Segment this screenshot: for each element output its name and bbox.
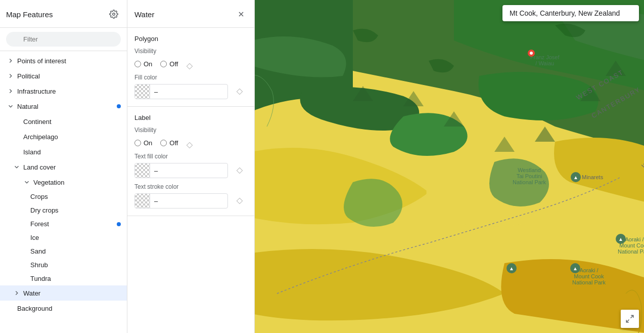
color-checker-pattern bbox=[135, 84, 150, 99]
map-area[interactable]: Mt Cook, Canterbury, New Zealand WEST CO… bbox=[255, 0, 644, 333]
svg-marker-10 bbox=[237, 198, 242, 203]
svg-marker-7 bbox=[237, 89, 242, 94]
sidebar-item-label: Continent bbox=[23, 118, 52, 126]
label-section-title: Label bbox=[134, 114, 247, 121]
svg-marker-6 bbox=[187, 63, 193, 69]
label-visibility-diamond[interactable] bbox=[182, 138, 197, 153]
polygon-visibility-label: Visibility bbox=[134, 48, 247, 55]
sidebar-item-island[interactable]: Island bbox=[0, 144, 127, 159]
filter-input[interactable] bbox=[6, 32, 121, 47]
text-fill-color-diamond[interactable] bbox=[232, 163, 247, 178]
sidebar-item-water[interactable]: Water bbox=[0, 285, 127, 301]
aoraki-pin-1: ▲ bbox=[616, 234, 626, 244]
chevron-down-icon bbox=[6, 102, 15, 111]
sidebar-item-archipelago[interactable]: Archipelago bbox=[0, 129, 127, 144]
label-on-radio[interactable] bbox=[134, 140, 141, 146]
fill-color-diamond[interactable] bbox=[232, 84, 247, 99]
modified-indicator bbox=[117, 222, 121, 226]
sidebar-item-infrastructure[interactable]: Infrastructure bbox=[0, 84, 127, 99]
polygon-section: Polygon Visibility On Off Fill color – bbox=[127, 28, 254, 107]
sidebar-item-shrub[interactable]: Shrub bbox=[0, 258, 127, 272]
fill-color-label: Fill color bbox=[134, 74, 247, 81]
fullscreen-button[interactable] bbox=[621, 310, 639, 328]
sidebar-item-label: Crops bbox=[30, 193, 48, 200]
svg-marker-8 bbox=[187, 142, 193, 148]
sidebar-item-tundra[interactable]: Tundra bbox=[0, 272, 127, 285]
sidebar-item-label: Background bbox=[17, 305, 52, 312]
fill-color-value: – bbox=[150, 88, 227, 96]
svg-point-0 bbox=[113, 13, 115, 16]
text-stroke-color-swatch[interactable]: – bbox=[134, 193, 228, 209]
sidebar-item-dry-crops[interactable]: Dry crops bbox=[0, 203, 127, 217]
settings-button[interactable] bbox=[107, 7, 121, 21]
label-section: Label Visibility On Off Text fill color … bbox=[127, 107, 254, 216]
sidebar-item-label: Points of interest bbox=[17, 57, 66, 65]
sidebar-item-label: Land cover bbox=[23, 163, 56, 171]
label-visibility-row: On Off bbox=[134, 138, 247, 153]
left-panel: Map Features Points of interest bbox=[0, 0, 127, 333]
filter-bar bbox=[0, 28, 127, 51]
chevron-down-icon bbox=[22, 178, 31, 187]
left-header: Map Features bbox=[0, 0, 127, 28]
text-stroke-color-diamond[interactable] bbox=[232, 193, 247, 209]
sidebar-item-forest[interactable]: Forest bbox=[0, 217, 127, 231]
sidebar-item-sand[interactable]: Sand bbox=[0, 244, 127, 258]
tree-list: Points of interest Political Infrastruct… bbox=[0, 51, 127, 333]
sidebar-item-background[interactable]: Background bbox=[0, 301, 127, 316]
sidebar-item-label: Ice bbox=[30, 234, 39, 241]
mid-header: Water bbox=[127, 0, 254, 28]
chevron-right-icon bbox=[6, 71, 15, 80]
sidebar-item-label: Natural bbox=[17, 103, 38, 110]
polygon-radio-group: On Off bbox=[134, 60, 178, 68]
text-fill-color-swatch[interactable]: – bbox=[134, 163, 228, 178]
polygon-on-label[interactable]: On bbox=[134, 60, 152, 68]
text-fill-color-label: Text fill color bbox=[134, 153, 247, 160]
map-features-title: Map Features bbox=[6, 10, 53, 19]
text-stroke-color-value: – bbox=[150, 197, 227, 205]
sidebar-item-label: Infrastructure bbox=[17, 88, 56, 95]
chevron-right-icon bbox=[12, 288, 21, 298]
sidebar-item-continent[interactable]: Continent bbox=[0, 114, 127, 129]
label-on-label[interactable]: On bbox=[134, 139, 152, 147]
chevron-down-icon bbox=[12, 162, 21, 172]
minarets-label: ▲ Minarets bbox=[571, 172, 603, 182]
label-off-label[interactable]: Off bbox=[160, 139, 178, 147]
mid-panel-title: Water bbox=[134, 10, 154, 19]
svg-line-19 bbox=[631, 315, 633, 318]
sidebar-item-label: Dry crops bbox=[30, 206, 59, 214]
sidebar-item-label: Forest bbox=[30, 220, 49, 228]
fill-color-row: – bbox=[134, 84, 247, 99]
text-fill-color-row: – bbox=[134, 163, 247, 178]
franz-josef-pin bbox=[528, 50, 535, 57]
mid-panel: Water Polygon Visibility On Off Fill col bbox=[127, 0, 255, 333]
fill-color-swatch[interactable]: – bbox=[134, 84, 228, 99]
chevron-right-icon bbox=[6, 87, 15, 96]
text-stroke-color-row: – bbox=[134, 193, 247, 209]
chevron-right-icon bbox=[6, 56, 15, 65]
aoraki-pin-2: ▲ bbox=[570, 263, 580, 273]
sidebar-item-ice[interactable]: Ice bbox=[0, 231, 127, 244]
sidebar-item-label: Island bbox=[23, 148, 41, 156]
sidebar-item-vegetation[interactable]: Vegetation bbox=[0, 175, 127, 190]
sidebar-item-natural[interactable]: Natural bbox=[0, 99, 127, 114]
label-visibility-label: Visibility bbox=[134, 127, 247, 134]
search-box[interactable]: Mt Cook, Canterbury, New Zealand bbox=[502, 5, 639, 21]
text-stroke-color-label: Text stroke color bbox=[134, 183, 247, 190]
sidebar-item-label: Water bbox=[23, 289, 40, 297]
bottom-left-pin: ▲ bbox=[507, 263, 517, 273]
sidebar-item-points-of-interest[interactable]: Points of interest bbox=[0, 53, 127, 68]
polygon-visibility-row: On Off bbox=[134, 59, 247, 74]
sidebar-item-land-cover[interactable]: Land cover bbox=[0, 159, 127, 175]
label-off-radio[interactable] bbox=[160, 140, 167, 146]
polygon-off-label[interactable]: Off bbox=[160, 60, 178, 68]
sidebar-item-label: Archipelago bbox=[23, 133, 58, 141]
polygon-off-radio[interactable] bbox=[160, 61, 167, 67]
svg-marker-9 bbox=[237, 168, 242, 173]
close-button[interactable] bbox=[234, 7, 248, 21]
sidebar-item-label: Vegetation bbox=[33, 179, 64, 186]
polygon-visibility-diamond[interactable] bbox=[182, 59, 197, 74]
svg-line-20 bbox=[626, 320, 629, 322]
polygon-on-radio[interactable] bbox=[134, 61, 141, 67]
sidebar-item-political[interactable]: Political bbox=[0, 68, 127, 84]
sidebar-item-crops[interactable]: Crops bbox=[0, 190, 127, 203]
